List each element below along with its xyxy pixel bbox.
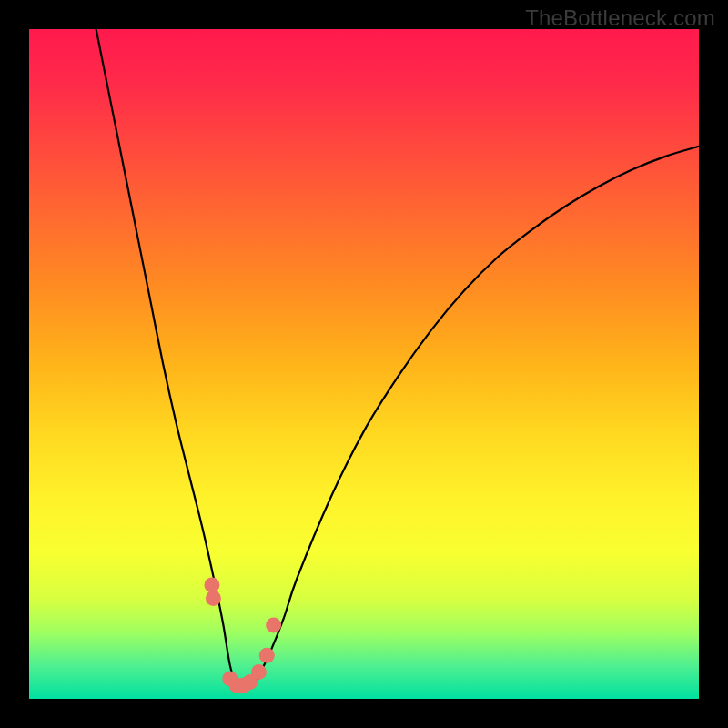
marker-group [204,577,281,693]
watermark-text: TheBottleneck.com [525,5,715,31]
curve-layer [29,29,699,699]
marker-dot [259,648,275,663]
bottleneck-curve [96,29,699,687]
plot-area [29,29,699,699]
marker-dot [206,591,221,606]
chart-frame: TheBottleneck.com [0,0,728,728]
marker-dot [251,664,267,680]
marker-dot [204,577,219,592]
marker-dot [266,618,281,633]
